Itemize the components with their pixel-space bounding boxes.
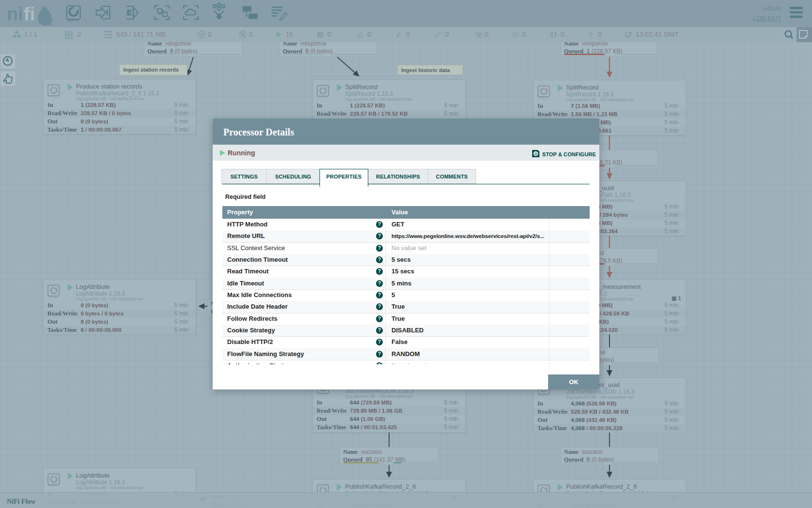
svg-text:⚙: ⚙ [533,150,538,157]
